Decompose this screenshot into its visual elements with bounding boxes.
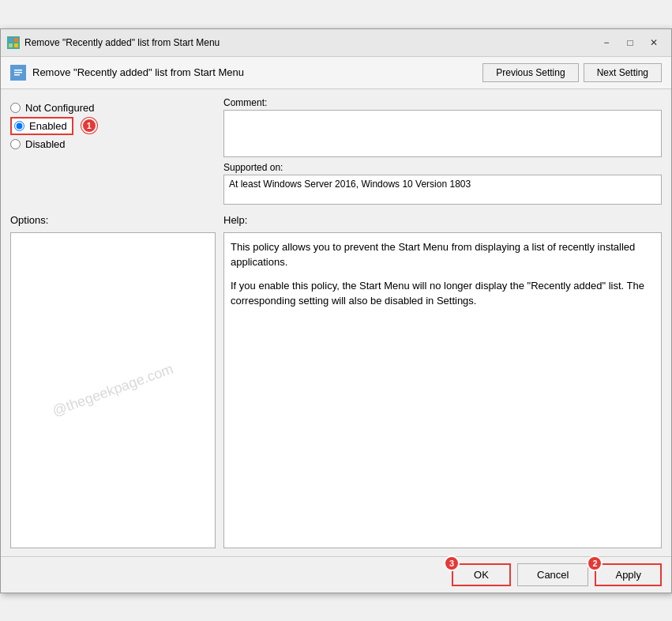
maximize-button[interactable]: □ [619,34,641,51]
header-buttons: Previous Setting Next Setting [482,63,662,82]
svg-rect-7 [14,74,20,76]
enabled-label: Enabled [29,120,67,132]
step-badge-3: 3 [444,555,460,571]
svg-rect-3 [14,43,18,47]
supported-value: At least Windows Server 2016, Windows 10… [223,175,662,205]
content-area: Not Configured Enabled 1 Disabled [1,89,671,556]
svg-rect-2 [9,43,13,47]
svg-rect-0 [9,38,13,42]
radio-group: Not Configured Enabled 1 Disabled [10,102,216,150]
help-label-container: Help: [223,214,662,226]
disabled-label: Disabled [25,138,66,150]
help-box: This policy allows you to prevent the St… [223,232,662,548]
title-bar: Remove "Recently added" list from Start … [1,29,671,57]
svg-rect-5 [14,70,22,71]
not-configured-radio[interactable] [10,103,21,113]
right-panel: Comment: Supported on: At least Windows … [223,97,662,205]
header-left: Remove "Recently added" list from Start … [10,65,244,81]
options-label-container: Options: [10,214,216,226]
help-label: Help: [223,214,247,226]
comment-section: Comment: [223,97,662,157]
comment-label: Comment: [223,97,662,108]
next-setting-button[interactable]: Next Setting [584,63,662,82]
enabled-radio-container: Enabled [10,117,73,135]
close-button[interactable]: ✕ [643,34,665,51]
cancel-button[interactable]: Cancel [517,563,588,586]
help-paragraph-1: This policy allows you to prevent the St… [231,239,655,270]
app-icon [7,36,20,49]
enabled-option[interactable]: Enabled 1 [10,117,216,135]
header-title: Remove "Recently added" list from Start … [32,66,244,78]
not-configured-option[interactable]: Not Configured [10,102,216,114]
labels-row: Options: Help: [10,214,662,226]
disabled-radio[interactable] [10,139,21,149]
title-controls: − □ ✕ [595,34,665,51]
policy-icon [10,65,26,81]
header-bar: Remove "Recently added" list from Start … [1,57,671,89]
step-badge-1: 1 [81,118,97,134]
watermark-text: @thegeekpage.com [51,360,176,420]
help-paragraph-2: If you enable this policy, the Start Men… [231,278,655,309]
options-label: Options: [10,214,48,226]
options-box: @thegeekpage.com [10,232,216,548]
apply-button-container: 2 Apply [595,563,662,586]
minimize-button[interactable]: − [595,34,618,51]
supported-label: Supported on: [223,162,662,173]
window-title: Remove "Recently added" list from Start … [24,37,220,48]
enabled-radio[interactable] [14,121,24,131]
apply-button[interactable]: Apply [595,563,662,586]
svg-rect-1 [14,38,18,42]
not-configured-label: Not Configured [25,102,94,114]
boxes-row: @thegeekpage.com This policy allows you … [10,232,662,548]
svg-rect-6 [14,72,22,73]
previous-setting-button[interactable]: Previous Setting [482,63,578,82]
main-window: Remove "Recently added" list from Start … [0,28,672,593]
title-bar-left: Remove "Recently added" list from Start … [7,36,220,49]
supported-section: Supported on: At least Windows Server 20… [223,162,662,205]
top-section: Not Configured Enabled 1 Disabled [10,97,662,205]
comment-textarea[interactable] [223,110,662,157]
step-badge-2: 2 [587,555,603,571]
footer: 3 OK Cancel 2 Apply [1,556,671,593]
ok-button-container: 3 OK [452,563,511,586]
radio-panel: Not Configured Enabled 1 Disabled [10,97,216,205]
disabled-option[interactable]: Disabled [10,138,216,150]
ok-button[interactable]: OK [452,563,511,586]
